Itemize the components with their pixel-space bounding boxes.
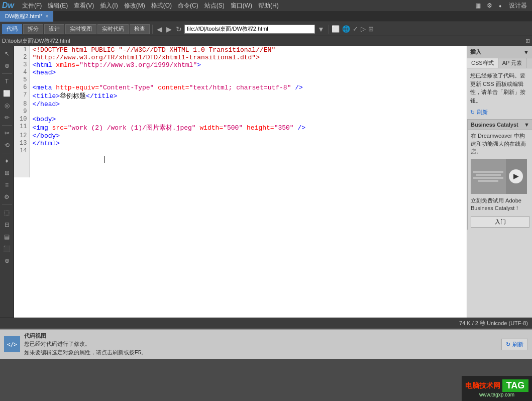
line-number: 3 bbox=[14, 61, 29, 69]
line-number: 8 bbox=[14, 101, 29, 108]
back-button[interactable]: ◀ bbox=[155, 25, 164, 33]
css-refresh-button[interactable]: ↻ 刷新 bbox=[470, 109, 529, 116]
code-line[interactable]: <body> bbox=[29, 116, 467, 123]
tool-extra1[interactable]: ⬚ bbox=[2, 207, 13, 218]
prop-refresh-button[interactable]: ↻ 刷新 bbox=[501, 339, 528, 350]
menu-modify[interactable]: 修改(M) bbox=[121, 2, 148, 10]
debug-icon[interactable]: ▷ bbox=[361, 25, 366, 33]
tool-sep-2 bbox=[2, 125, 12, 126]
preview-icon[interactable]: ⬜ bbox=[332, 25, 340, 33]
code-line[interactable]: "http://www.w3.org/TR/xhtml1/DTD/xhtml1-… bbox=[29, 54, 467, 61]
code-line[interactable]: </body> bbox=[29, 132, 467, 140]
code-line[interactable] bbox=[29, 147, 467, 155]
line-number: 14 bbox=[14, 147, 29, 155]
bc-cta-text: 立刻免费试用 Adobe Business Catalyst！ bbox=[471, 197, 529, 213]
prop-desc-text: 您已经对代码进行了修改。如果要编辑选定对象的属性，请点击刷新或按F5。 bbox=[24, 341, 147, 355]
tool-pen[interactable]: ✏ bbox=[2, 112, 13, 123]
gear-icon[interactable]: ⚙ bbox=[485, 2, 494, 9]
split-view-button[interactable]: 拆分 bbox=[23, 24, 43, 34]
watermark: 电脑技术网 TAG www.tagxp.com bbox=[462, 376, 532, 401]
table-row: 5 bbox=[14, 76, 467, 84]
tool-grid[interactable]: ⊞ bbox=[2, 167, 13, 178]
tool-circle[interactable]: ◎ bbox=[2, 100, 13, 111]
live-view-button[interactable]: 实时视图 bbox=[65, 24, 96, 34]
code-line[interactable] bbox=[29, 76, 467, 84]
code-line[interactable]: <img src="work (2) /work (1)/图片素材.jpeg" … bbox=[29, 123, 467, 132]
bc-video-thumbnail[interactable]: ▶ bbox=[471, 159, 527, 194]
tool-extra3[interactable]: ▤ bbox=[2, 231, 13, 242]
tool-sep-1 bbox=[2, 73, 12, 74]
code-view-button[interactable]: 代码 bbox=[2, 24, 22, 34]
top-right-controls: ▦ ⚙ ⬧ 设计器 bbox=[473, 2, 530, 10]
menu-site[interactable]: 站点(S) bbox=[201, 2, 228, 10]
code-line[interactable]: <meta http-equiv="Content-Type" content=… bbox=[29, 84, 467, 91]
tool-diamond[interactable]: ♦ bbox=[2, 155, 13, 166]
bc-enter-button[interactable]: 入门 bbox=[471, 216, 529, 228]
tool-text[interactable]: T bbox=[2, 76, 13, 87]
play-button[interactable]: ▶ bbox=[509, 169, 523, 183]
forward-button[interactable]: ▶ bbox=[165, 25, 173, 33]
live-code-button[interactable]: 实时代码 bbox=[97, 24, 129, 34]
menu-window[interactable]: 窗口(W) bbox=[228, 2, 255, 10]
tab-close-button[interactable]: × bbox=[46, 14, 49, 19]
code-line bbox=[29, 155, 467, 177]
table-row: 8 </head> bbox=[14, 101, 467, 108]
layout-icon[interactable]: ▦ bbox=[473, 2, 483, 9]
expand-icon[interactable]: ⬧ bbox=[496, 2, 504, 9]
code-line[interactable]: <html xmlns="http://www.w3.org/1999/xhtm… bbox=[29, 61, 467, 69]
code-line[interactable]: </head> bbox=[29, 101, 467, 108]
cursor bbox=[104, 156, 104, 163]
refresh-button[interactable]: ↻ bbox=[174, 25, 183, 33]
inspect-button[interactable]: 检查 bbox=[130, 24, 150, 34]
tool-zoom[interactable]: ⊕ bbox=[2, 60, 13, 71]
code-line[interactable] bbox=[29, 108, 467, 116]
tab-css-style[interactable]: CSS样式 bbox=[467, 58, 498, 68]
validate-icon[interactable]: ✓ bbox=[353, 25, 358, 33]
tool-settings[interactable]: ⚙ bbox=[2, 191, 13, 203]
file-tab[interactable]: DW教程2.html* × bbox=[0, 11, 54, 22]
code-line[interactable]: <title>举例标题</title> bbox=[29, 91, 467, 101]
tool-extra2[interactable]: ⊟ bbox=[2, 219, 13, 230]
menu-view[interactable]: 查看(V) bbox=[71, 2, 97, 10]
go-button[interactable]: ▼ bbox=[316, 25, 326, 33]
code-editor[interactable]: 1 <!DOCTYPE html PUBLIC "-//W3C//DTD XHT… bbox=[14, 46, 467, 318]
line-number: 10 bbox=[14, 116, 29, 123]
url-input[interactable] bbox=[184, 25, 315, 34]
menu-command[interactable]: 命令(C) bbox=[175, 2, 201, 10]
menu-insert[interactable]: 插入(I) bbox=[97, 2, 121, 10]
prop-description: 您已经对代码进行了修改。如果要编辑选定对象的属性，请点击刷新或按F5。 bbox=[24, 340, 497, 356]
tool-arrow[interactable]: ↖ bbox=[2, 48, 13, 59]
line-number: 12 bbox=[14, 132, 29, 140]
line-number: 6 bbox=[14, 84, 29, 91]
menu-edit[interactable]: 编辑(E) bbox=[45, 2, 71, 10]
options-icon[interactable]: ⊞ bbox=[368, 25, 374, 33]
table-row: 10 <body> bbox=[14, 116, 467, 123]
bc-panel-toggle[interactable]: ▼ bbox=[524, 122, 529, 128]
panel-toggle-icon[interactable]: ▼ bbox=[523, 49, 529, 55]
path-bar-icon[interactable]: ⊞ bbox=[525, 38, 530, 44]
left-toolbar: ↖ ⊕ T ⬜ ◎ ✏ ✂ ⟲ ♦ ⊞ ≡ ⚙ ⬚ ⊟ ▤ ⬛ ⊕ bbox=[0, 46, 14, 318]
line-number: 7 bbox=[14, 91, 29, 101]
table-row: 12 </body> bbox=[14, 132, 467, 140]
tool-list[interactable]: ≡ bbox=[2, 179, 13, 190]
css-panel-content: 您已经修改了代码。要更新 CSS 面板或编辑性，请单击「刷新」按钮。 ↻ 刷新 bbox=[467, 68, 532, 119]
table-row: 11 <img src="work (2) /work (1)/图片素材.jpe… bbox=[14, 123, 467, 132]
tool-rotate[interactable]: ⟲ bbox=[2, 140, 13, 151]
menu-help[interactable]: 帮助(H) bbox=[255, 2, 282, 10]
menu-format[interactable]: 格式(O) bbox=[148, 2, 175, 10]
tab-ap-elements[interactable]: AP 元素 bbox=[498, 58, 527, 68]
world-icon[interactable]: 🌐 bbox=[342, 25, 350, 33]
tool-extra5[interactable]: ⊕ bbox=[2, 255, 13, 266]
watermark-text: 电脑技术网 bbox=[465, 381, 500, 390]
insert-panel-label: 插入 bbox=[470, 48, 481, 56]
css-notice-text: 您已经修改了代码。要更新 CSS 面板或编辑性，请单击「刷新」按钮。 bbox=[470, 71, 529, 105]
tool-extra4[interactable]: ⬛ bbox=[2, 243, 13, 254]
menu-file[interactable]: 文件(F) bbox=[19, 2, 45, 10]
bc-description: 在 Dreamweaver 中构建和功能强大的在线商店。 bbox=[471, 132, 529, 155]
code-line[interactable]: <head> bbox=[29, 69, 467, 76]
tool-snip[interactable]: ✂ bbox=[2, 128, 13, 139]
code-line[interactable]: </html> bbox=[29, 140, 467, 147]
code-line[interactable]: <!DOCTYPE html PUBLIC "-//W3C//DTD XHTML… bbox=[29, 46, 467, 54]
design-view-button[interactable]: 设计 bbox=[44, 24, 64, 34]
tool-rect[interactable]: ⬜ bbox=[2, 88, 13, 99]
